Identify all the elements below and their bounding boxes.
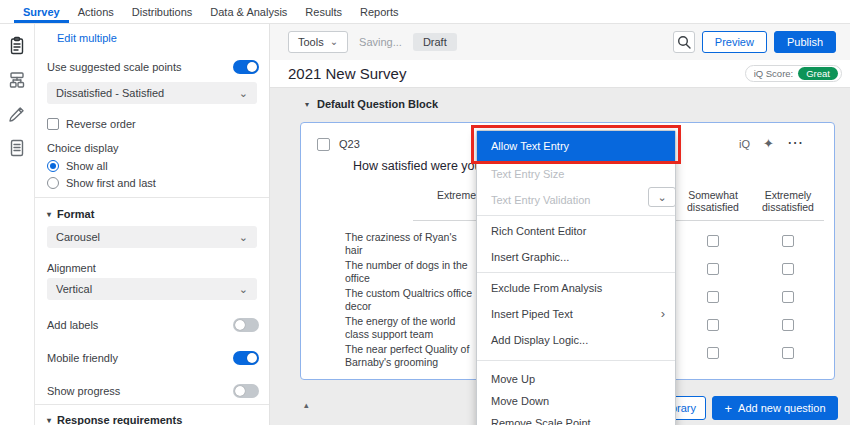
block-header[interactable]: ▾ Default Question Block	[305, 98, 438, 110]
search-button[interactable]	[673, 31, 695, 53]
star-icon[interactable]: ✦	[763, 136, 774, 151]
top-navigation: Survey Actions Distributions Data & Anal…	[0, 0, 850, 24]
matrix-checkbox[interactable]	[707, 291, 719, 303]
response-requirements-label: Response requirements	[57, 414, 182, 425]
add-new-question-button[interactable]: + Add new question	[712, 396, 838, 420]
response-requirements-header[interactable]: ▾ Response requirements	[47, 414, 182, 425]
chevron-down-icon: ⌄	[657, 191, 666, 204]
show-progress-label: Show progress	[47, 385, 120, 397]
triangle-down-icon: ▾	[47, 416, 51, 425]
matrix-checkbox[interactable]	[782, 319, 794, 331]
menu-item-move-down[interactable]: Move Down	[477, 390, 675, 412]
menu-item-move-up[interactable]: Move Up	[477, 368, 675, 390]
matrix-checkbox[interactable]	[782, 235, 794, 247]
nav-tab-reports[interactable]: Reports	[351, 0, 408, 23]
matrix-checkbox[interactable]	[707, 263, 719, 275]
show-first-last-row: Show first and last	[47, 177, 156, 189]
menu-divider	[477, 360, 675, 361]
saving-status: Saving...	[359, 36, 402, 48]
choice-display-label: Choice display	[47, 142, 119, 154]
question-select-checkbox[interactable]	[317, 138, 330, 151]
scale-points-select[interactable]: Dissatisfied - Satisfied ⌄	[47, 82, 257, 104]
question-context-menu: Allow Text Entry Text Entry Size Text En…	[476, 130, 676, 425]
question-iq-button[interactable]: iQ	[739, 138, 750, 150]
matrix-checkbox[interactable]	[782, 263, 794, 275]
matrix-checkbox[interactable]	[707, 235, 719, 247]
survey-builder-icon[interactable]	[7, 36, 27, 56]
menu-item-insert-graphic[interactable]: Insert Graphic...	[477, 244, 675, 270]
iq-score-label: iQ Score:	[754, 68, 794, 79]
iq-score-badge[interactable]: iQ Score: Great	[745, 65, 842, 82]
block-title: Default Question Block	[317, 98, 438, 110]
search-icon	[677, 35, 691, 49]
show-all-label: Show all	[66, 160, 108, 172]
toolbar-right-group: Preview Publish	[673, 31, 836, 53]
look-and-feel-icon[interactable]	[7, 104, 27, 124]
use-suggested-scale-points-toggle[interactable]	[233, 60, 259, 74]
tools-label: Tools	[298, 36, 324, 48]
matrix-checkbox[interactable]	[782, 291, 794, 303]
menu-divider	[477, 272, 675, 273]
matrix-row-label[interactable]: The custom Qualtrics office decor	[345, 287, 477, 312]
nav-tab-survey[interactable]: Survey	[14, 0, 69, 23]
matrix-row-label[interactable]: The near perfect Quality of Barnaby's gr…	[345, 343, 477, 368]
menu-divider	[477, 215, 675, 216]
survey-options-icon[interactable]	[7, 138, 27, 158]
reverse-order-checkbox[interactable]	[47, 118, 59, 130]
menu-item-remove-scale-point[interactable]: Remove Scale Point	[477, 412, 675, 425]
nav-tab-distributions[interactable]: Distributions	[123, 0, 202, 23]
preview-button[interactable]: Preview	[702, 31, 767, 53]
matrix-checkbox[interactable]	[707, 319, 719, 331]
show-all-row: Show all	[47, 160, 108, 172]
menu-item-allow-text-entry[interactable]: Allow Text Entry	[477, 131, 675, 161]
scale-column-header: Extremely dissatisfied	[743, 189, 833, 213]
survey-title-row: 2021 New Survey iQ Score: Great	[270, 60, 850, 88]
question-id: Q23	[339, 138, 360, 150]
alignment-select[interactable]: Vertical ⌄	[47, 278, 257, 300]
matrix-checkbox[interactable]	[782, 347, 794, 359]
show-all-radio[interactable]	[47, 160, 59, 172]
matrix-row-label[interactable]: The number of dogs in the office	[345, 259, 477, 284]
nav-tab-results[interactable]: Results	[296, 0, 351, 23]
menu-item-text-entry-validation: Text Entry Validation	[477, 187, 675, 213]
nav-tab-actions[interactable]: Actions	[69, 0, 123, 23]
matrix-row-label[interactable]: The energy of the world class support te…	[345, 315, 477, 340]
scale-points-dropdown-button[interactable]: ⌄	[648, 187, 676, 207]
chevron-down-icon: ⌄	[239, 88, 248, 98]
chevron-down-icon: ⌄	[239, 284, 248, 294]
collapse-block-icon[interactable]: ▴	[304, 400, 309, 410]
menu-item-insert-piped-text[interactable]: Insert Piped Text ›	[477, 301, 675, 327]
panel-divider	[35, 404, 269, 405]
chevron-down-icon: ⌄	[330, 38, 338, 46]
format-select[interactable]: Carousel ⌄	[47, 226, 257, 248]
alignment-value: Vertical	[56, 283, 92, 295]
matrix-checkbox[interactable]	[707, 347, 719, 359]
tools-button[interactable]: Tools ⌄	[288, 31, 348, 53]
show-first-last-radio[interactable]	[47, 177, 59, 189]
toggle-knob	[235, 320, 245, 330]
chevron-down-icon: ⌄	[239, 232, 248, 242]
add-labels-toggle[interactable]	[233, 318, 259, 332]
reverse-order-label: Reverse order	[66, 118, 136, 130]
menu-item-add-display-logic[interactable]: Add Display Logic...	[477, 327, 675, 353]
format-section-header[interactable]: ▾ Format	[47, 208, 94, 220]
survey-flow-icon[interactable]	[7, 70, 27, 90]
show-progress-toggle[interactable]	[233, 384, 259, 398]
reverse-order-row: Reverse order	[47, 118, 136, 130]
mobile-friendly-toggle[interactable]	[233, 351, 259, 365]
question-menu-icon[interactable]: ⋯	[787, 133, 804, 152]
toggle-knob	[247, 353, 257, 363]
menu-item-text-entry-size: Text Entry Size	[477, 161, 675, 187]
menu-item-exclude-from-analysis[interactable]: Exclude From Analysis	[477, 275, 675, 301]
format-section-label: Format	[57, 208, 94, 220]
nav-tab-data-analysis[interactable]: Data & Analysis	[201, 0, 296, 23]
matrix-row-label[interactable]: The craziness of Ryan's hair	[345, 231, 477, 256]
submenu-arrow-icon: ›	[661, 301, 665, 327]
publish-button[interactable]: Publish	[774, 31, 836, 53]
mobile-friendly-row: Mobile friendly	[47, 351, 259, 365]
iq-score-value: Great	[798, 67, 838, 80]
menu-item-label: Insert Piped Text	[491, 308, 573, 320]
menu-item-rich-content-editor[interactable]: Rich Content Editor	[477, 218, 675, 244]
edit-multiple-link[interactable]: Edit multiple	[57, 32, 117, 44]
left-icon-rail	[0, 24, 35, 425]
